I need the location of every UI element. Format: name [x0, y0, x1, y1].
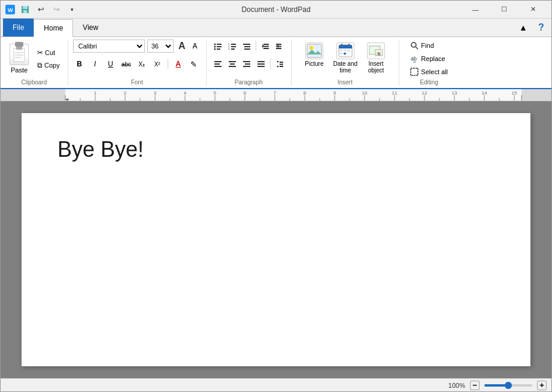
- svg-rect-70: [411, 68, 418, 75]
- ribbon-collapse-button[interactable]: ▲: [515, 20, 531, 35]
- svg-rect-37: [230, 63, 235, 65]
- font-separator: [168, 59, 168, 69]
- svg-point-14: [214, 48, 216, 50]
- zoom-slider[interactable]: [484, 384, 532, 387]
- font-grow-button[interactable]: A: [176, 40, 188, 52]
- svg-text:1: 1: [94, 90, 97, 96]
- italic-button[interactable]: I: [89, 57, 102, 71]
- numbering-button[interactable]: 1.2.3.: [226, 39, 239, 53]
- svg-text:12: 12: [422, 90, 427, 96]
- find-icon: [410, 41, 418, 50]
- font-size-select[interactable]: 36 8101214182448: [147, 39, 174, 53]
- copy-label: Copy: [44, 62, 60, 69]
- svg-rect-43: [257, 63, 265, 65]
- help-button[interactable]: ?: [533, 20, 549, 35]
- font-size-buttons: A A: [176, 40, 201, 52]
- svg-rect-40: [245, 63, 250, 65]
- minimize-button[interactable]: —: [462, 1, 489, 19]
- underline-button[interactable]: U: [104, 57, 117, 71]
- font-family-select[interactable]: Calibri Arial Times New Roman: [73, 39, 145, 53]
- svg-rect-8: [15, 54, 23, 56]
- zoom-plus-button[interactable]: +: [537, 381, 547, 390]
- line-spacing-button[interactable]: [273, 57, 286, 71]
- datetime-label: Date and time: [333, 60, 357, 74]
- ruler-svg: 1 2 3 4 5 6: [1, 89, 551, 101]
- picture-button[interactable]: Picture: [301, 39, 327, 70]
- replace-button[interactable]: abac Replace: [406, 53, 452, 65]
- save-qat-button[interactable]: [19, 3, 32, 16]
- svg-text:8: 8: [304, 90, 307, 96]
- zoom-minus-button[interactable]: −: [470, 381, 480, 390]
- cut-button[interactable]: ✂ Cut: [34, 47, 63, 59]
- svg-text:14: 14: [482, 90, 487, 96]
- indent-decrease-button[interactable]: [259, 39, 272, 53]
- align-left-button[interactable]: [211, 57, 225, 71]
- svg-text:▣: ▣: [377, 51, 381, 56]
- svg-text:7: 7: [274, 90, 277, 96]
- bold-button[interactable]: B: [73, 57, 86, 71]
- clipboard-group: Paste ✂ Cut ⧉ Copy Clipboard: [1, 39, 68, 86]
- svg-rect-36: [229, 61, 236, 62]
- svg-rect-28: [263, 48, 269, 49]
- subscript-button[interactable]: X₂: [135, 57, 148, 71]
- para-row2: [211, 57, 286, 71]
- svg-point-51: [310, 46, 313, 50]
- object-button[interactable]: ▣ Insert object: [363, 39, 389, 77]
- document-area[interactable]: Bye Bye!: [1, 101, 551, 378]
- font-shrink-button[interactable]: A: [189, 40, 201, 52]
- select-all-button[interactable]: Select all: [406, 66, 452, 78]
- svg-text:W: W: [8, 7, 13, 13]
- replace-label: Replace: [421, 55, 445, 62]
- align-center-button[interactable]: [226, 57, 239, 71]
- highlight-button[interactable]: ✎: [187, 57, 201, 71]
- maximize-button[interactable]: ☐: [490, 1, 518, 19]
- svg-rect-59: [344, 50, 346, 51]
- svg-rect-24: [244, 48, 250, 50]
- redo-qat-button[interactable]: ↪: [50, 3, 63, 16]
- superscript-button[interactable]: X²: [151, 57, 164, 71]
- cut-icon: ✂: [37, 48, 43, 57]
- paste-icon: [10, 44, 29, 65]
- select-all-icon: [410, 68, 418, 76]
- svg-marker-46: [277, 66, 279, 68]
- find-label: Find: [421, 42, 433, 49]
- indent-increase-button[interactable]: [273, 39, 286, 53]
- align-right-button[interactable]: [240, 57, 253, 71]
- zoom-level: 100%: [448, 382, 465, 389]
- strikethrough-button[interactable]: abc: [120, 57, 133, 71]
- close-button[interactable]: ✕: [519, 1, 547, 19]
- font-row2: B I U abc X₂ X² A ✎: [73, 57, 201, 71]
- undo-qat-button[interactable]: ↩: [34, 3, 47, 16]
- svg-rect-26: [263, 44, 269, 45]
- document-page[interactable]: Bye Bye!: [22, 113, 530, 366]
- ribbon-tabs: File Home View ▲ ?: [1, 19, 551, 37]
- bullets-button[interactable]: [211, 39, 225, 53]
- tab-view[interactable]: View: [73, 19, 108, 37]
- copy-button[interactable]: ⧉ Copy: [34, 59, 63, 71]
- font-color-button[interactable]: A: [172, 57, 185, 71]
- editing-group-content: Find abac Replace Select all: [406, 39, 452, 78]
- svg-rect-42: [257, 61, 265, 62]
- datetime-button[interactable]: Date and time: [329, 39, 362, 77]
- statusbar: 100% − +: [1, 378, 551, 391]
- ruler: 1 2 3 4 5 6: [1, 89, 551, 101]
- svg-text:ac: ac: [413, 60, 417, 63]
- svg-rect-4: [23, 10, 27, 13]
- svg-rect-50: [307, 44, 322, 57]
- align-justify-button[interactable]: [254, 57, 268, 71]
- clipboard-group-label: Clipboard: [21, 79, 47, 86]
- cut-label: Cut: [45, 49, 55, 56]
- svg-rect-7: [15, 52, 23, 53]
- replace-icon: abac: [410, 54, 418, 63]
- tab-file[interactable]: File: [3, 19, 34, 37]
- document-content[interactable]: Bye Bye!: [57, 137, 495, 162]
- list-type-button[interactable]: [240, 39, 253, 53]
- tab-home[interactable]: Home: [34, 19, 73, 37]
- paste-button[interactable]: Paste: [5, 41, 33, 77]
- find-button[interactable]: Find: [406, 39, 452, 51]
- para-sep1: [256, 41, 256, 51]
- qat-dropdown-button[interactable]: ▾: [65, 3, 78, 16]
- svg-rect-6: [16, 46, 22, 50]
- window-title: Document - WordPad: [241, 5, 310, 14]
- svg-text:9: 9: [333, 90, 336, 96]
